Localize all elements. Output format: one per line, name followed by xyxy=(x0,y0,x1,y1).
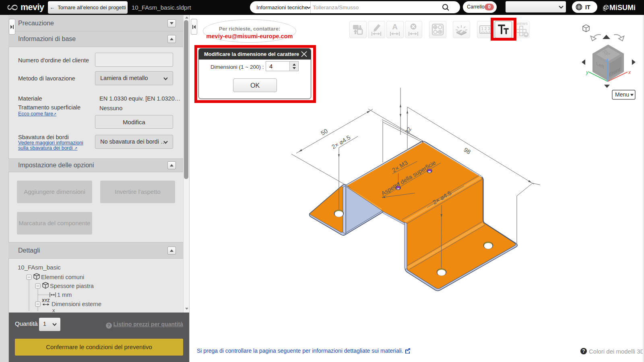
svg-text:32: 32 xyxy=(404,126,413,134)
svg-text:Dimensioni esterne: Dimensioni esterne xyxy=(52,301,101,307)
svg-text:Spessore piastra: Spessore piastra xyxy=(50,283,94,289)
svg-text:z: z xyxy=(605,58,608,62)
svg-text:y: y xyxy=(586,70,589,75)
svg-text:Menu: Menu xyxy=(615,91,629,98)
svg-text:Elementi comuni: Elementi comuni xyxy=(41,274,84,280)
svg-text:98: 98 xyxy=(462,146,472,155)
svg-text:6VIEWS: 6VIEWS xyxy=(515,22,528,26)
svg-text:x: x xyxy=(628,70,631,75)
svg-text:1 mm: 1 mm xyxy=(57,292,72,298)
svg-text:1 2 3: 1 2 3 xyxy=(481,27,490,31)
svg-text:x: x xyxy=(52,307,55,313)
svg-text:XYZ: XYZ xyxy=(42,298,50,303)
svg-text:A: A xyxy=(392,23,398,31)
